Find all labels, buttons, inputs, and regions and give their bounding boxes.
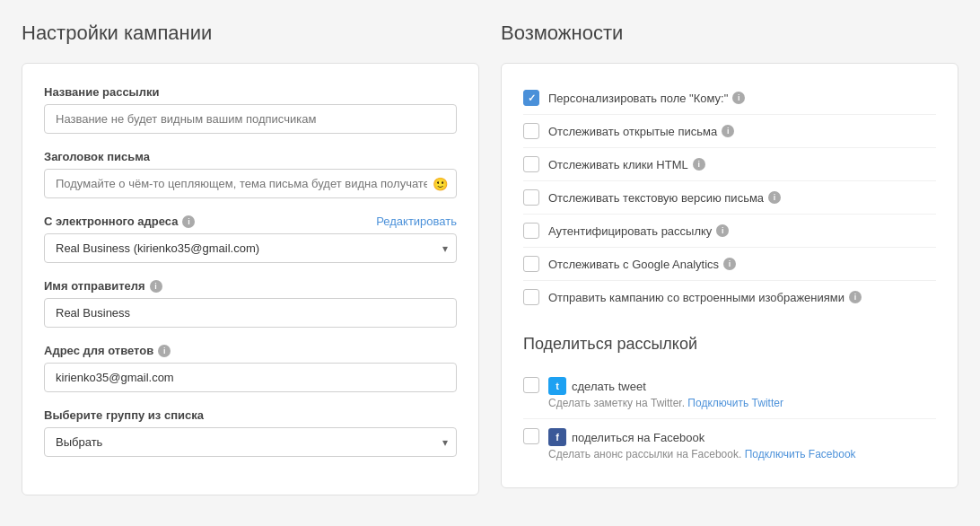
reply-address-info-icon: i xyxy=(158,345,171,357)
from-email-info-icon: i xyxy=(182,215,195,228)
feature-label-google-analytics: Отслеживать с Google Analytics i xyxy=(548,258,736,271)
feature-label-track-opens: Отслеживать открытые письма i xyxy=(548,125,734,138)
letter-subject-input[interactable] xyxy=(44,169,457,198)
right-panel-title: Возможности xyxy=(501,22,958,45)
share-item-twitter: t сделать tweet Сделать заметку на Twitt… xyxy=(523,368,936,419)
reply-address-label: Адрес для ответов i xyxy=(44,344,457,357)
checkbox-track-text[interactable] xyxy=(523,189,539,206)
facebook-share-content: f поделиться на Facebook Сделать анонс р… xyxy=(548,428,856,460)
checkbox-twitter[interactable] xyxy=(523,377,539,393)
from-email-select[interactable]: Real Business (kirienko35@gmail.com) xyxy=(44,233,457,263)
checkbox-facebook[interactable] xyxy=(523,428,539,444)
left-panel: Настройки кампании Название рассылки Заг… xyxy=(22,22,479,495)
campaign-settings-card: Название рассылки Заголовок письма 🙂 С xyxy=(22,63,479,495)
feature-info-icon-authenticate: i xyxy=(716,224,729,237)
emoji-icon: 🙂 xyxy=(433,177,448,191)
feature-item-track-text: Отслеживать текстовую версию письма i xyxy=(523,181,936,215)
group-select-wrapper: Выбрать ▾ xyxy=(44,427,457,457)
feature-item-google-analytics: Отслеживать с Google Analytics i xyxy=(523,248,936,281)
feature-info-icon-embedded-images: i xyxy=(849,291,862,303)
checkbox-track-html[interactable] xyxy=(523,156,539,172)
from-email-select-wrapper: Real Business (kirienko35@gmail.com) ▾ xyxy=(44,233,457,263)
group-select-group: Выберите группу из списка Выбрать ▾ xyxy=(44,408,457,457)
twitter-main-label: t сделать tweet xyxy=(548,377,783,395)
feature-info-icon-track-html: i xyxy=(693,158,705,171)
feature-label-authenticate: Аутентифицировать рассылку i xyxy=(548,224,729,238)
group-select-label: Выберите группу из списка xyxy=(44,408,457,422)
facebook-main-label: f поделиться на Facebook xyxy=(548,428,856,446)
connect-facebook-link[interactable]: Подключить Facebook xyxy=(745,448,856,460)
feature-item-embedded-images: Отправить кампанию со встроенными изобра… xyxy=(523,281,936,313)
feature-item-authenticate: Аутентифицировать рассылку i xyxy=(523,215,936,248)
feature-label-personalize: Персонализировать поле "Кому:" i xyxy=(548,92,745,105)
edit-from-email-link[interactable]: Редактировать xyxy=(376,215,457,228)
sender-name-label: Имя отправителя i xyxy=(44,279,457,293)
letter-subject-group: Заголовок письма 🙂 xyxy=(44,150,457,198)
checkbox-track-opens[interactable] xyxy=(523,123,539,139)
letter-subject-label: Заголовок письма xyxy=(44,150,457,163)
feature-info-icon-track-opens: i xyxy=(722,125,734,137)
checkbox-personalize[interactable] xyxy=(523,90,539,106)
feature-info-icon-personalize: i xyxy=(732,92,745,104)
mailing-name-input[interactable] xyxy=(44,104,457,134)
group-select[interactable]: Выбрать xyxy=(44,427,457,457)
reply-address-input[interactable] xyxy=(44,363,457,392)
connect-twitter-link[interactable]: Подключить Twitter xyxy=(687,397,783,409)
feature-item-track-html: Отслеживать клики HTML i xyxy=(523,148,936,181)
feature-label-embedded-images: Отправить кампанию со встроенными изобра… xyxy=(548,291,862,304)
share-item-facebook: f поделиться на Facebook Сделать анонс р… xyxy=(523,419,936,469)
facebook-icon: f xyxy=(548,428,566,446)
from-email-label-row: С электронного адреса i Редактировать xyxy=(44,215,457,228)
feature-label-track-html: Отслеживать клики HTML i xyxy=(548,158,705,171)
mailing-name-group: Название рассылки xyxy=(44,85,457,134)
right-panel: Возможности Персонализировать поле "Кому… xyxy=(501,22,958,495)
feature-info-icon-google-analytics: i xyxy=(723,258,736,270)
sender-name-group: Имя отправителя i xyxy=(44,279,457,328)
twitter-share-content: t сделать tweet Сделать заметку на Twitt… xyxy=(548,377,783,409)
left-panel-title: Настройки кампании xyxy=(22,22,479,45)
checkbox-authenticate[interactable] xyxy=(523,223,539,239)
share-section: Поделиться рассылкой t сделать tweet Сде… xyxy=(523,335,936,469)
twitter-sub-label: Сделать заметку на Twitter. Подключить T… xyxy=(548,397,783,409)
feature-item-personalize: Персонализировать поле "Кому:" i xyxy=(523,82,936,115)
mailing-name-label: Название рассылки xyxy=(44,85,457,99)
checkbox-google-analytics[interactable] xyxy=(523,256,539,272)
features-list: Персонализировать поле "Кому:" i Отслежи… xyxy=(523,82,936,313)
feature-info-icon-track-text: i xyxy=(768,191,781,204)
from-email-label: С электронного адреса i xyxy=(44,215,195,228)
sender-name-info-icon: i xyxy=(150,280,162,293)
feature-label-track-text: Отслеживать текстовую версию письма i xyxy=(548,191,781,205)
feature-item-track-opens: Отслеживать открытые письма i xyxy=(523,115,936,148)
right-content-card: Персонализировать поле "Кому:" i Отслежи… xyxy=(501,63,958,488)
sender-name-input[interactable] xyxy=(44,298,457,328)
facebook-sub-label: Сделать анонс рассылки на Facebook. Подк… xyxy=(548,448,856,460)
reply-address-group: Адрес для ответов i xyxy=(44,344,457,392)
twitter-icon: t xyxy=(548,377,566,395)
from-email-group: С электронного адреса i Редактировать Re… xyxy=(44,215,457,263)
share-section-title: Поделиться рассылкой xyxy=(523,335,936,354)
checkbox-embedded-images[interactable] xyxy=(523,289,539,305)
